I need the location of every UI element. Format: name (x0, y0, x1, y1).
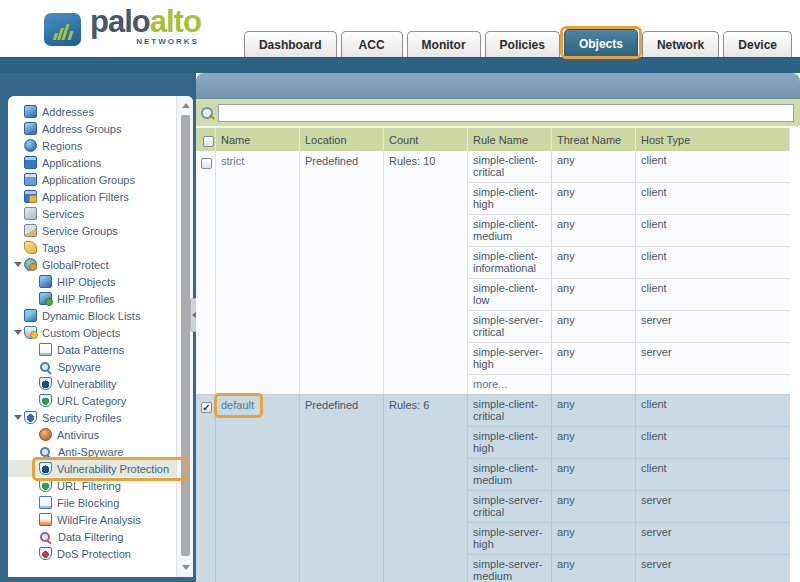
sidebar-item-label: Anti-Spyware (57, 446, 123, 458)
sidebar-item-label: Services (41, 208, 84, 220)
rule-row: simple-client-informationalanyclient (468, 247, 790, 279)
tab-network[interactable]: Network (642, 31, 719, 57)
logo-wordmark: paloalto NETWORKS (90, 6, 201, 46)
tab-label: Policies (500, 38, 545, 52)
profile-location: Predefined (300, 151, 384, 394)
address-groups-icon (24, 122, 37, 135)
rule-name-cell: simple-client-high (468, 183, 552, 214)
custom-objects-collapse-icon[interactable] (14, 330, 22, 335)
tab-dashboard[interactable]: Dashboard (244, 31, 337, 57)
sidebar-item-label: Vulnerability (56, 378, 117, 390)
spyware-icon (40, 362, 50, 372)
search-icon (201, 107, 213, 119)
sidebar-item-application-filters[interactable]: Application Filters (8, 188, 193, 205)
sidebar-item-vulnerability-protection[interactable]: Vulnerability Protection (8, 460, 193, 477)
sidebar-item-addresses[interactable]: Addresses (8, 103, 193, 120)
sidebar-item-label: Addresses (41, 106, 94, 118)
sidebar-item-hip-objects[interactable]: HIP Objects (8, 273, 193, 290)
sidebar-item-label: Spyware (57, 361, 101, 373)
profile-name-link[interactable]: strict (221, 155, 244, 167)
rule-name-cell: simple-client-critical (468, 395, 552, 426)
globalprotect-collapse-icon[interactable] (14, 262, 22, 267)
sidebar-item-globalprotect[interactable]: GlobalProtect (8, 256, 193, 273)
sidebar-item-dos-protection[interactable]: DoS Protection (8, 545, 193, 562)
sidebar-item-antivirus[interactable]: Antivirus (8, 426, 193, 443)
host-type-cell: client (636, 183, 790, 214)
logo-word-networks: NETWORKS (90, 38, 201, 46)
sidebar-item-anti-spyware[interactable]: Anti-Spyware (8, 443, 193, 460)
profile-name-link[interactable]: default (221, 399, 254, 411)
column-header-host-type[interactable]: Host Type (636, 128, 790, 151)
sidebar-item-tags[interactable]: Tags (8, 239, 193, 256)
applications-icon (24, 156, 37, 169)
sidebar-item-label: File Blocking (56, 497, 119, 509)
rule-row: simple-server-criticalanyserver (468, 491, 790, 523)
rule-row: simple-client-highanyclient (468, 183, 790, 215)
select-all-checkbox[interactable] (203, 136, 214, 147)
host-type-cell: server (636, 491, 790, 522)
tab-label: Network (657, 38, 704, 52)
logo-word-alto: alto (150, 4, 201, 39)
addresses-icon (24, 105, 37, 118)
tab-label: Objects (579, 37, 623, 51)
app-body: AddressesAddress GroupsRegionsApplicatio… (0, 73, 800, 582)
sidebar-item-data-filtering[interactable]: Data Filtering (8, 528, 193, 545)
sidebar-item-vulnerability[interactable]: Vulnerability (8, 375, 193, 392)
application-filters-icon (24, 190, 37, 203)
row-checkbox-default[interactable]: ✓ (201, 402, 212, 413)
search-input[interactable] (218, 104, 794, 122)
sidebar-item-application-groups[interactable]: Application Groups (8, 171, 193, 188)
sidebar-item-url-category[interactable]: URL Category (8, 392, 193, 409)
sidebar-item-data-patterns[interactable]: Data Patterns (8, 341, 193, 358)
scrollbar-thumb[interactable] (181, 115, 190, 556)
host-type-cell: server (636, 343, 790, 374)
threat-name-cell: any (552, 427, 636, 458)
column-header-location[interactable]: Location (300, 128, 384, 151)
column-header-threat-name[interactable]: Threat Name (552, 128, 636, 151)
column-header-count[interactable]: Count (384, 128, 468, 151)
tab-objects[interactable]: Objects (564, 29, 638, 57)
sidebar-item-url-filtering[interactable]: URL Filtering (8, 477, 193, 494)
scroll-up-icon[interactable] (179, 99, 192, 112)
sidebar-item-regions[interactable]: Regions (8, 137, 193, 154)
sidebar-item-dynamic-block-lists[interactable]: Dynamic Block Lists (8, 307, 193, 324)
threat-name-cell: any (552, 395, 636, 426)
sidebar-item-address-groups[interactable]: Address Groups (8, 120, 193, 137)
sidebar-item-label: Data Filtering (57, 531, 123, 543)
tab-monitor[interactable]: Monitor (407, 31, 481, 57)
filter-bar (196, 99, 800, 126)
sidebar-item-spyware[interactable]: Spyware (8, 358, 193, 375)
tab-acc[interactable]: ACC (341, 31, 403, 57)
rule-name-cell: simple-client-low (468, 279, 552, 310)
host-type-cell (636, 375, 790, 394)
sidebar-item-services[interactable]: Services (8, 205, 193, 222)
sidebar-item-label: URL Filtering (56, 480, 121, 492)
paloalto-logo: paloalto NETWORKS (44, 6, 201, 46)
host-type-cell: client (636, 427, 790, 458)
sidebar-item-wildfire-analysis[interactable]: WildFire Analysis (8, 511, 193, 528)
sidebar-list: AddressesAddress GroupsRegionsApplicatio… (8, 96, 193, 562)
regions-icon (24, 139, 37, 152)
sidebar-item-custom-objects[interactable]: Custom Objects (8, 324, 193, 341)
tab-device[interactable]: Device (723, 31, 792, 57)
main-panel: Name Location Count Rule Name Threat Nam… (196, 73, 800, 582)
column-header-name[interactable]: Name (216, 128, 300, 151)
profile-rule-count: Rules: 10 (384, 151, 468, 394)
column-header-rule-name[interactable]: Rule Name (468, 128, 552, 151)
row-checkbox-strict[interactable] (201, 158, 212, 169)
rule-row: simple-client-mediumanyclient (468, 459, 790, 491)
paloalto-logo-icon (44, 13, 81, 46)
sidebar-item-security-profiles[interactable]: Security Profiles (8, 409, 193, 426)
sidebar-item-file-blocking[interactable]: File Blocking (8, 494, 193, 511)
sidebar-scrollbar[interactable] (176, 96, 193, 577)
sidebar-item-label: Dynamic Block Lists (41, 310, 140, 322)
rule-row: simple-client-mediumanyclient (468, 215, 790, 247)
tab-policies[interactable]: Policies (485, 31, 560, 57)
sidebar-item-hip-profiles[interactable]: HIP Profiles (8, 290, 193, 307)
sidebar-item-applications[interactable]: Applications (8, 154, 193, 171)
security-profiles-collapse-icon[interactable] (14, 415, 22, 420)
more-rules-link[interactable]: more... (473, 378, 507, 390)
hip-profiles-icon (39, 292, 52, 305)
sidebar-item-service-groups[interactable]: Service Groups (8, 222, 193, 239)
scroll-down-icon[interactable] (179, 561, 192, 574)
